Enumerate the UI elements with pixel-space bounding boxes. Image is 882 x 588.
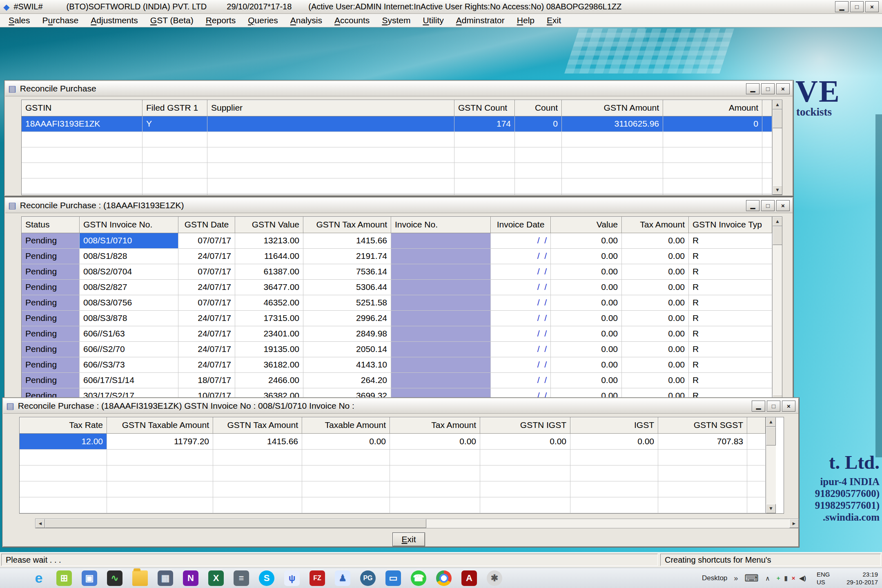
table-cell[interactable]: R xyxy=(689,264,772,280)
table-row[interactable]: Pending008/S1/071007/07/1713213.001415.6… xyxy=(22,233,772,249)
scroll-up-button[interactable]: ▲ xyxy=(773,217,782,226)
table-row[interactable] xyxy=(22,178,772,194)
column-header[interactable]: Filed GSTR 1 xyxy=(143,100,207,116)
table-cell[interactable] xyxy=(391,249,491,264)
table-cell[interactable] xyxy=(570,497,658,513)
postgresql-icon[interactable]: PG xyxy=(360,570,376,586)
table-cell[interactable]: Pending xyxy=(22,249,80,264)
menu-adminstrator[interactable]: Adminstrator xyxy=(450,16,511,25)
table-cell[interactable] xyxy=(454,163,515,178)
table-cell[interactable]: R xyxy=(689,373,772,388)
menu-help[interactable]: Help xyxy=(511,16,541,25)
column-header[interactable]: GSTN IGST xyxy=(480,417,570,434)
window-titlebar[interactable]: ▤ Reconcile Purchase ▁ □ × xyxy=(5,81,793,96)
table-cell[interactable] xyxy=(562,163,663,178)
internet-explorer-icon[interactable]: e xyxy=(31,570,47,586)
table-cell[interactable] xyxy=(391,295,491,311)
table-row[interactable] xyxy=(22,194,772,195)
minimize-button[interactable]: ▁ xyxy=(746,83,760,94)
table-cell[interactable]: 7536.14 xyxy=(303,264,391,280)
table-cell[interactable]: 0.00 xyxy=(302,434,390,450)
table-cell[interactable] xyxy=(454,178,515,194)
table-cell[interactable] xyxy=(391,280,491,295)
table-cell[interactable] xyxy=(22,147,143,163)
table-row[interactable] xyxy=(20,481,766,497)
table-cell[interactable] xyxy=(663,132,762,147)
scrollbar-track[interactable] xyxy=(773,245,782,394)
table-cell[interactable] xyxy=(107,497,213,513)
table-cell[interactable] xyxy=(143,147,207,163)
table-cell[interactable] xyxy=(515,194,562,195)
window-titlebar[interactable]: ▤ Reconcile Purchase : (18AAAFI3193E1ZK)… xyxy=(3,399,798,414)
table-cell[interactable]: Pending xyxy=(22,280,80,295)
column-header[interactable]: GSTN Invoice No. xyxy=(80,217,178,233)
scroll-right-button[interactable]: ► xyxy=(789,519,799,528)
whatsapp-icon[interactable]: ☎ xyxy=(411,570,426,586)
column-header[interactable]: Tax Amount xyxy=(390,417,480,434)
table-cell[interactable]: R xyxy=(689,357,772,373)
table-cell[interactable] xyxy=(391,357,491,373)
table-cell[interactable] xyxy=(747,466,766,481)
table-cell[interactable] xyxy=(663,163,762,178)
touch-keyboard-icon[interactable]: ⌨ xyxy=(744,572,759,584)
table-cell[interactable]: 18/07/17 xyxy=(178,373,235,388)
table-cell[interactable]: 2849.98 xyxy=(303,326,391,342)
table-cell[interactable]: / / xyxy=(491,326,551,342)
table-cell[interactable] xyxy=(207,116,454,132)
table-cell[interactable] xyxy=(480,497,570,513)
scroll-down-button[interactable]: ▼ xyxy=(773,185,782,195)
alert-icon[interactable]: × xyxy=(792,575,795,581)
close-button[interactable]: × xyxy=(776,200,790,211)
column-header[interactable]: Taxable Amount xyxy=(302,417,390,434)
menu-purchase[interactable]: Purchase xyxy=(36,16,85,25)
table-cell[interactable] xyxy=(658,481,747,497)
table-cell[interactable]: 0.00 xyxy=(480,434,570,450)
menu-reports[interactable]: Reports xyxy=(200,16,242,25)
table-cell[interactable]: 24/07/17 xyxy=(178,280,235,295)
calculator-icon[interactable]: ≡ xyxy=(234,570,249,586)
table-cell[interactable]: Pending xyxy=(22,295,80,311)
table-cell[interactable] xyxy=(20,481,107,497)
table-cell[interactable] xyxy=(22,194,143,195)
audio-editor-icon[interactable]: ∿ xyxy=(107,570,122,586)
table-cell[interactable] xyxy=(391,373,491,388)
scroll-up-button[interactable]: ▲ xyxy=(773,100,782,109)
table-row[interactable] xyxy=(22,132,772,147)
table-cell[interactable]: 0.00 xyxy=(622,249,689,264)
table-row[interactable]: Pending606//S3/7324/07/1736182.004143.10… xyxy=(22,357,772,373)
table-cell[interactable] xyxy=(515,178,562,194)
scroll-left-button[interactable]: ◄ xyxy=(36,519,45,528)
table-cell[interactable]: 0.00 xyxy=(622,311,689,326)
table-cell[interactable]: 606//S2/70 xyxy=(80,342,178,357)
table-cell[interactable] xyxy=(762,163,772,178)
table-cell[interactable] xyxy=(747,497,766,513)
table-cell[interactable] xyxy=(107,481,213,497)
table-cell[interactable] xyxy=(658,497,747,513)
table-cell[interactable]: 2050.14 xyxy=(303,342,391,357)
table-cell[interactable]: 0.00 xyxy=(622,326,689,342)
table-cell[interactable] xyxy=(302,450,390,466)
table-cell[interactable]: 4143.10 xyxy=(303,357,391,373)
table-cell[interactable]: 008/S2/827 xyxy=(80,280,178,295)
volume-icon[interactable]: ◀) xyxy=(799,575,806,581)
table-cell[interactable]: / / xyxy=(491,233,551,249)
table-cell[interactable]: 24/07/17 xyxy=(178,342,235,357)
menu-system[interactable]: System xyxy=(376,16,416,25)
scrollbar-track[interactable] xyxy=(766,445,776,504)
vertical-scrollbar[interactable]: ▲ ▼ xyxy=(772,100,782,195)
journal-icon[interactable]: ▦ xyxy=(158,570,173,586)
scrollbar-thumb[interactable] xyxy=(766,427,776,445)
updates-icon[interactable]: + xyxy=(777,575,780,581)
table-cell[interactable] xyxy=(143,178,207,194)
column-header[interactable] xyxy=(762,100,772,116)
table-cell[interactable]: 11644.00 xyxy=(235,249,303,264)
table-cell[interactable] xyxy=(762,194,772,195)
menu-sales[interactable]: Sales xyxy=(2,16,36,25)
table-cell[interactable] xyxy=(390,497,480,513)
app-titlebar[interactable]: ◆ #SWIL# (BTO)SOFTWORLD (INDIA) PVT. LTD… xyxy=(0,0,882,14)
table-cell[interactable]: 0.00 xyxy=(570,434,658,450)
table-cell[interactable] xyxy=(390,481,480,497)
scroll-up-button[interactable]: ▲ xyxy=(766,417,776,427)
table-cell[interactable]: / / xyxy=(491,342,551,357)
column-header[interactable]: GSTN SGST xyxy=(658,417,747,434)
